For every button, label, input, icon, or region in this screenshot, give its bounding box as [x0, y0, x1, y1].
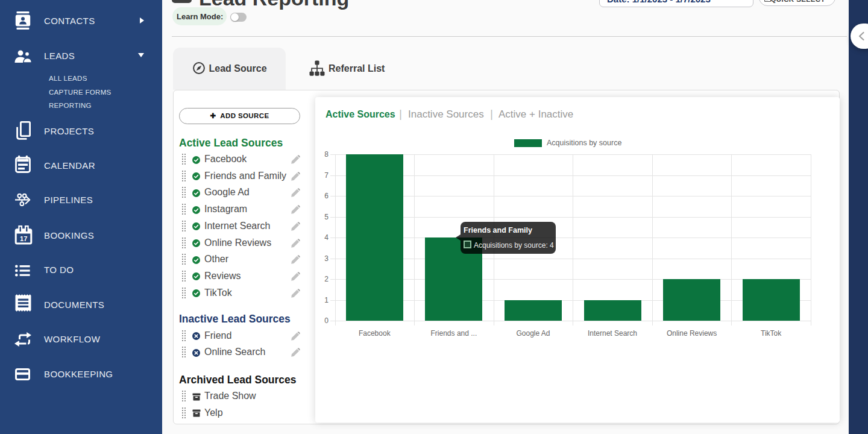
svg-text:17: 17: [20, 234, 27, 242]
